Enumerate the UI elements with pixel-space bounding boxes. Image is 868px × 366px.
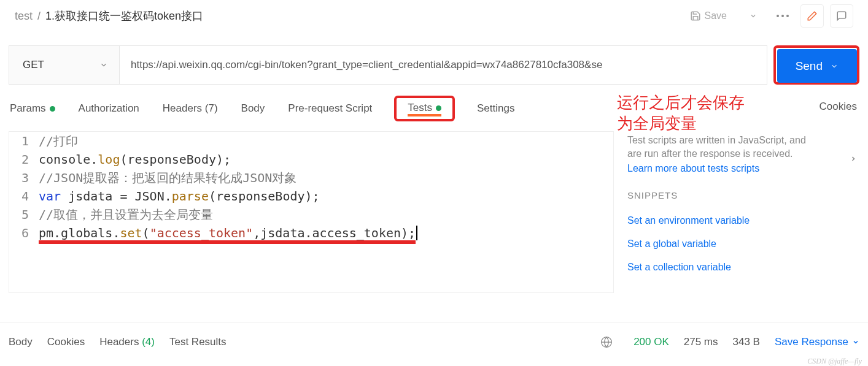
- line-number: 2: [9, 150, 39, 169]
- line-number: 5: [9, 205, 39, 224]
- http-method-dropdown[interactable]: GET: [9, 45, 119, 85]
- more-actions-button[interactable]: [771, 4, 794, 28]
- edit-button[interactable]: [800, 4, 824, 28]
- code-token: (responseBody);: [120, 152, 231, 167]
- tab-tests[interactable]: Tests: [394, 96, 455, 121]
- code-comment: //取值，并且设置为去全局变量: [39, 207, 213, 222]
- dot-icon: [50, 106, 55, 112]
- save-response-label: Save Response: [775, 336, 848, 348]
- resp-headers-count: (4): [142, 336, 155, 348]
- panel-collapse-button[interactable]: [850, 153, 857, 164]
- tab-settings[interactable]: Settings: [476, 99, 516, 118]
- response-bar: Body Cookies Headers (4) Test Results 20…: [0, 322, 868, 361]
- tab-tests-label: Tests: [408, 102, 432, 114]
- comment-icon: [836, 10, 847, 21]
- save-icon: [690, 10, 701, 21]
- snippets-heading: SNIPPETS: [627, 190, 859, 200]
- resp-tab-testresults[interactable]: Test Results: [169, 336, 227, 348]
- chevron-down-icon: [750, 12, 757, 20]
- breadcrumb-parent[interactable]: test: [15, 10, 33, 23]
- line-number: 4: [9, 187, 39, 205]
- code-token: ,jsdata.access_token);: [253, 226, 416, 240]
- url-input[interactable]: https://api.weixin.qq.com/cgi-bin/token?…: [119, 45, 767, 85]
- top-bar: test / 1.获取接口统一鉴权码token接口 Save: [0, 0, 868, 34]
- side-desc-line1: Test scripts are written in JavaScript, …: [627, 135, 806, 145]
- code-token: var: [39, 189, 61, 204]
- save-button[interactable]: Save: [681, 6, 735, 26]
- code-token: pm.globals.: [39, 226, 120, 240]
- side-desc-line2: are run after the response is received.: [627, 148, 792, 159]
- snippet-env-var[interactable]: Set an environment variable: [627, 209, 859, 232]
- snippet-collection-var[interactable]: Set a collection variable: [627, 256, 859, 279]
- resp-headers-label: Headers: [99, 336, 139, 348]
- ellipsis-icon: [776, 14, 789, 18]
- code-token: "access_token": [150, 226, 254, 240]
- code-token: (: [142, 226, 150, 240]
- side-panel: Test scripts are written in JavaScript, …: [614, 131, 859, 293]
- watermark: CSDN @jaffe—fly: [807, 357, 862, 366]
- cursor: [416, 226, 417, 240]
- response-time: 275 ms: [684, 336, 718, 348]
- annotation-line2: 为全局变量: [617, 113, 859, 134]
- resp-tab-body[interactable]: Body: [9, 336, 33, 348]
- resp-tab-headers[interactable]: Headers (4): [99, 336, 155, 348]
- code-comment: //打印: [39, 134, 78, 148]
- send-highlight: Send: [773, 45, 859, 85]
- send-label: Send: [796, 59, 823, 73]
- line-number: 1: [9, 132, 39, 150]
- response-size: 343 B: [733, 336, 760, 348]
- request-row: GET https://api.weixin.qq.com/cgi-bin/to…: [0, 34, 868, 96]
- breadcrumb: test / 1.获取接口统一鉴权码token接口: [15, 9, 681, 23]
- snippet-global-var[interactable]: Set a global variable: [627, 232, 859, 256]
- line-number: 3: [9, 169, 39, 187]
- code-token: set: [120, 226, 142, 240]
- top-actions: Save: [681, 4, 853, 28]
- code-token: (responseBody);: [209, 189, 320, 204]
- code-token: parse: [172, 189, 209, 204]
- code-token: console.: [39, 152, 98, 167]
- chevron-down-icon: [830, 62, 839, 71]
- save-label: Save: [705, 10, 727, 21]
- tab-params[interactable]: Params: [9, 99, 56, 118]
- annotation-text: 运行之后才会保存 为全局变量: [617, 92, 859, 134]
- learn-more-link[interactable]: Learn more about tests scripts: [627, 163, 759, 174]
- pencil-icon: [807, 10, 818, 21]
- svg-point-0: [777, 15, 779, 17]
- code-comment: //JSON提取器：把返回的结果转化成JSON对象: [39, 170, 296, 185]
- request-tabs: Params Authorization Headers (7) Body Pr…: [0, 96, 868, 121]
- tab-authorization[interactable]: Authorization: [77, 99, 141, 118]
- tab-params-label: Params: [10, 102, 46, 115]
- code-token: log: [98, 152, 120, 167]
- tab-prerequest[interactable]: Pre-request Script: [287, 99, 373, 118]
- resp-tab-cookies[interactable]: Cookies: [47, 336, 85, 348]
- code-editor[interactable]: 1//打印 2console.log(responseBody); 3//JSO…: [9, 131, 614, 293]
- chevron-down-icon: [99, 61, 108, 69]
- breadcrumb-current: 1.获取接口统一鉴权码token接口: [45, 9, 203, 23]
- breadcrumb-sep: /: [37, 10, 41, 23]
- send-button[interactable]: Send: [777, 49, 857, 83]
- comment-button[interactable]: [830, 4, 853, 28]
- http-method-label: GET: [23, 59, 44, 71]
- svg-point-2: [786, 15, 789, 17]
- response-status: 200 OK: [634, 336, 669, 348]
- chevron-right-icon: [850, 153, 857, 164]
- save-response-button[interactable]: Save Response: [775, 336, 859, 348]
- side-desc: Test scripts are written in JavaScript, …: [627, 134, 859, 161]
- tab-body[interactable]: Body: [240, 99, 266, 118]
- dot-icon: [436, 105, 441, 111]
- cookies-link[interactable]: Cookies: [820, 101, 857, 113]
- svg-point-1: [781, 15, 784, 17]
- tab-headers[interactable]: Headers (7): [161, 99, 219, 118]
- save-dropdown-button[interactable]: [742, 4, 765, 28]
- line-number: 6: [9, 224, 39, 242]
- main-area: 1//打印 2console.log(responseBody); 3//JSO…: [0, 121, 868, 293]
- network-icon[interactable]: [600, 336, 613, 348]
- code-token: jsdata = JSON.: [61, 189, 172, 204]
- chevron-down-icon: [852, 338, 859, 346]
